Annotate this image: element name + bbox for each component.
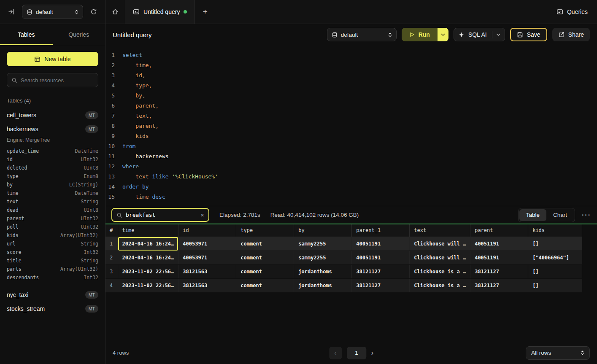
tables-section-label: Tables (4) [7, 97, 98, 104]
database-icon [27, 9, 32, 15]
table-cell[interactable]: Clickhouse is a … [410, 278, 470, 292]
queries-top-button[interactable]: Queries [556, 8, 588, 15]
home-button[interactable] [105, 0, 125, 24]
home-icon [112, 8, 119, 15]
column-type: Int32 [84, 249, 98, 255]
table-cell[interactable]: 40053971 [178, 251, 236, 264]
table-cell[interactable]: jordanthoms [294, 278, 352, 292]
run-options-button[interactable] [438, 28, 448, 41]
table-cell[interactable]: 38121127 [352, 278, 410, 292]
table-cell[interactable]: 2023-11-02 22:56… [118, 278, 178, 292]
table-cell[interactable]: 38121127 [352, 264, 410, 278]
prev-page-button[interactable]: ‹ [329, 347, 342, 359]
table-cell[interactable]: 40053971 [178, 237, 236, 251]
clear-filter-button[interactable]: × [200, 212, 204, 218]
table-cell[interactable]: [] [528, 264, 582, 278]
row-number[interactable]: 3 [105, 264, 118, 278]
line-number: 14 [105, 182, 115, 192]
code-line: 5 by, [105, 91, 597, 101]
refresh-button[interactable] [88, 6, 99, 17]
table-cell[interactable]: jordanthoms [294, 264, 352, 278]
line-content: kids [122, 131, 149, 141]
table-cell[interactable]: ["40066964"] [528, 251, 582, 264]
table-cell[interactable]: 38121127 [470, 264, 528, 278]
save-button[interactable]: Save [510, 28, 547, 41]
view-toggle-chart[interactable]: Chart [546, 209, 574, 221]
column-header-type[interactable]: type [236, 224, 294, 237]
row-number[interactable]: 1 [105, 237, 118, 251]
column-header-#[interactable]: # [105, 224, 118, 237]
table-cell[interactable]: comment [236, 278, 294, 292]
column-header-by[interactable]: by [294, 224, 352, 237]
table-cell[interactable]: [] [528, 237, 582, 251]
column-header-parent_1[interactable]: parent_1 [352, 224, 410, 237]
sidebar-tabs: Tables Queries [0, 24, 105, 45]
new-table-button[interactable]: New table [7, 52, 98, 66]
column-header-id[interactable]: id [178, 224, 236, 237]
refresh-icon [90, 8, 97, 15]
run-button[interactable]: Run [402, 28, 438, 41]
line-number: 11 [105, 151, 115, 162]
table-cell[interactable]: Clickhouse is a … [410, 264, 470, 278]
code-line: 8 parent, [105, 121, 597, 131]
new-tab-button[interactable]: + [195, 0, 215, 24]
table-cell[interactable]: 40051191 [470, 251, 528, 264]
engine-badge: MT [85, 111, 98, 119]
sidebar-tab-tables[interactable]: Tables [0, 24, 53, 45]
row-number[interactable]: 4 [105, 278, 118, 292]
table-cell[interactable]: comment [236, 237, 294, 251]
share-button[interactable]: Share [552, 28, 590, 41]
page-size-value: All rows [531, 350, 551, 356]
table-cell[interactable]: 40051191 [352, 237, 410, 251]
code-lines: 1select2 time,3 id,4 type,5 by,6 parent,… [105, 50, 597, 202]
table-cell[interactable]: 2023-11-02 22:56… [118, 264, 178, 278]
table-cell[interactable]: 40051191 [470, 237, 528, 251]
tab-untitled-query[interactable]: Untitled query [125, 0, 195, 24]
table-cell[interactable]: 2024-04-16 16:24… [118, 251, 178, 264]
column-type: DateTime [75, 190, 98, 196]
column-name: dead [7, 207, 19, 213]
column-header-kids[interactable]: kids [528, 224, 582, 237]
results-filter-input[interactable] [126, 212, 197, 218]
code-line: 15 time desc [105, 192, 597, 202]
table-cell[interactable]: 40051191 [352, 251, 410, 264]
table-item-hackernews[interactable]: hackernewsMT [0, 122, 105, 136]
row-number[interactable]: 2 [105, 251, 118, 264]
table-cell[interactable]: 2024-04-16 16:24… [118, 237, 178, 251]
current-page-button[interactable]: 1 [347, 347, 366, 359]
results-header-row: #timeidtypebyparent_1textparentkids [105, 224, 582, 237]
search-resources-input[interactable] [21, 77, 95, 84]
column-type: Array(UInt32) [60, 266, 98, 272]
table-cell[interactable]: Clickhouse will … [410, 237, 470, 251]
next-page-button[interactable]: › [371, 349, 373, 357]
table-cell[interactable]: 38121563 [178, 278, 236, 292]
sql-editor[interactable]: 1select2 time,3 id,4 type,5 by,6 parent,… [105, 45, 597, 206]
view-toggle-table[interactable]: Table [519, 209, 546, 221]
page-size-selector[interactable]: All rows [526, 346, 590, 360]
table-item-cell_towers[interactable]: cell_towersMT [0, 108, 105, 122]
more-options-button[interactable]: ··· [582, 211, 591, 219]
code-line: 2 time, [105, 60, 597, 70]
table-cell[interactable]: [] [528, 278, 582, 292]
table-item-nyc_taxi[interactable]: nyc_taxiMT [0, 288, 105, 302]
table-cell[interactable]: Clickhouse will … [410, 251, 470, 264]
collapse-sidebar-icon [8, 8, 15, 15]
table-cell[interactable]: 38121127 [470, 278, 528, 292]
code-line: 3 id, [105, 70, 597, 81]
column-header-text[interactable]: text [410, 224, 470, 237]
collapse-sidebar-button[interactable] [6, 6, 17, 17]
table-cell[interactable]: sammy2255 [294, 237, 352, 251]
sql-ai-button[interactable]: SQL AI [454, 28, 505, 41]
column-header-time[interactable]: time [118, 224, 178, 237]
sidebar-tab-queries[interactable]: Queries [53, 24, 105, 45]
table-cell[interactable]: 38121563 [178, 264, 236, 278]
table-cell[interactable]: sammy2255 [294, 251, 352, 264]
table-cell[interactable]: comment [236, 264, 294, 278]
table-cell[interactable]: comment [236, 251, 294, 264]
column-name: text [7, 199, 19, 205]
table-item-stocks_stream[interactable]: stocks_streamMT [0, 302, 105, 315]
column-header-parent[interactable]: parent [470, 224, 528, 237]
queries-icon [556, 8, 563, 15]
header-database-selector[interactable]: default [327, 28, 397, 41]
topbar-database-selector[interactable]: default [22, 5, 83, 19]
